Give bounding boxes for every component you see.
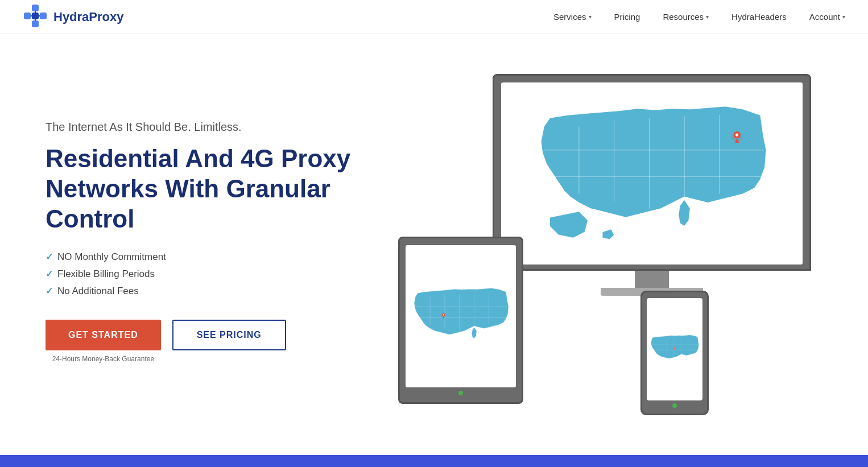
get-started-button[interactable]: GET STARTED	[46, 320, 161, 350]
tablet-device	[398, 237, 523, 404]
feature-item: No Additional Fees	[46, 286, 364, 297]
svg-point-19	[735, 134, 738, 137]
header: HydraProxy Services ▾ Pricing Resources …	[0, 0, 868, 34]
monitor-screen	[501, 82, 803, 265]
svg-point-39	[674, 348, 675, 349]
monitor-device	[493, 74, 811, 296]
logo-icon	[23, 3, 48, 31]
phone-frame	[640, 291, 709, 415]
logo-text: HydraProxy	[53, 10, 124, 24]
svg-rect-1	[24, 13, 31, 19]
tablet-screen	[406, 245, 516, 387]
svg-rect-0	[32, 5, 39, 11]
tablet-frame	[398, 237, 523, 404]
cta-buttons: GET STARTED 24-Hours Money-Back Guarante…	[46, 320, 364, 363]
feature-item: Flexible Billing Periods	[46, 268, 364, 280]
hero-devices	[364, 68, 822, 421]
monitor-stand-neck	[635, 271, 669, 288]
svg-rect-4	[32, 13, 39, 19]
nav-services[interactable]: Services ▾	[553, 12, 592, 22]
hero-content: The Internet As It Should Be. Limitless.…	[46, 121, 364, 368]
hero-section: The Internet As It Should Be. Limitless.…	[0, 34, 868, 455]
chevron-down-icon: ▾	[589, 14, 592, 20]
tablet-button	[458, 391, 463, 395]
nav-account[interactable]: Account ▾	[809, 12, 845, 22]
hero-tagline: The Internet As It Should Be. Limitless.	[46, 121, 364, 134]
main-nav: Services ▾ Pricing Resources ▾ HydraHead…	[553, 12, 845, 22]
logo-link[interactable]: HydraProxy	[23, 3, 124, 31]
hero-title: Residential And 4G Proxy Networks With G…	[46, 144, 364, 234]
money-back-label: 24-Hours Money-Back Guarantee	[52, 355, 154, 363]
nav-pricing[interactable]: Pricing	[614, 12, 640, 22]
chevron-down-icon: ▾	[706, 14, 709, 20]
feature-item: NO Monthly Commitment	[46, 251, 364, 263]
chevron-down-icon: ▾	[842, 14, 845, 20]
get-started-group: GET STARTED 24-Hours Money-Back Guarante…	[46, 320, 161, 363]
phone-device	[640, 291, 709, 415]
footer-bar: 📍 7+ Million IPs Rotating/Sticky IPs Gra…	[0, 455, 868, 467]
nav-resources[interactable]: Resources ▾	[663, 12, 709, 22]
see-pricing-button[interactable]: SEE PRICING	[172, 320, 286, 350]
monitor-frame	[493, 74, 811, 271]
svg-rect-3	[32, 20, 39, 27]
nav-hydraheaders[interactable]: HydraHeaders	[731, 12, 787, 22]
feature-list: NO Monthly Commitment Flexible Billing P…	[46, 251, 364, 297]
phone-screen	[647, 298, 702, 400]
phone-button	[672, 403, 677, 408]
svg-point-30	[443, 314, 444, 315]
svg-rect-2	[40, 13, 47, 19]
